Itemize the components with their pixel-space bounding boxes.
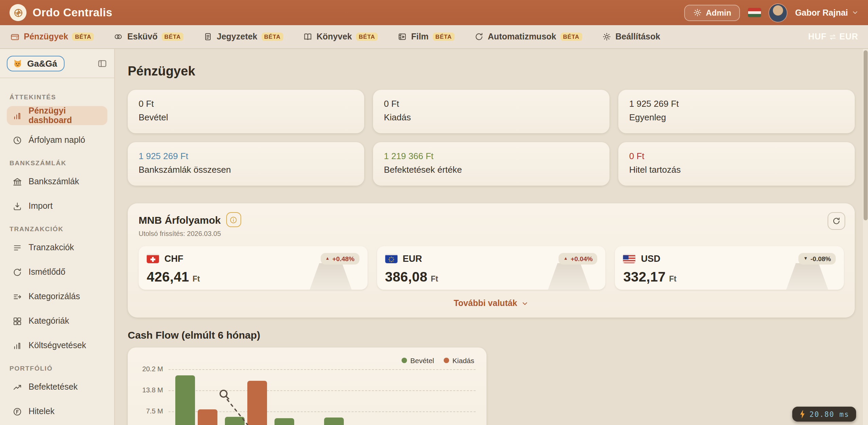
cashflow-chart-card: Bevétel Kiadás 20.2 M13.8 M7.5 M bbox=[128, 347, 486, 425]
fx-change-badge: ▲ +0.48% bbox=[320, 253, 359, 265]
hungarian-flag-icon[interactable] bbox=[748, 8, 761, 17]
bar-bevétel-3 bbox=[274, 418, 294, 425]
tab-konyvek[interactable]: Könyvek BÉTA bbox=[303, 32, 378, 41]
beta-badge: BÉTA bbox=[560, 33, 582, 41]
fx-card-eur: EUR ▲ +0.04% 386,08 Ft bbox=[377, 246, 605, 290]
stat-value: 1 925 269 Ft bbox=[629, 99, 844, 109]
section-title-portfolio: PORTFÓLIÓ bbox=[10, 364, 105, 372]
beta-badge: BÉTA bbox=[262, 33, 283, 41]
tab-film[interactable]: Film BÉTA bbox=[397, 32, 455, 41]
sidebar-item-kategorizalas[interactable]: Kategorizálás bbox=[7, 287, 107, 306]
refresh-rates-button[interactable] bbox=[828, 212, 845, 230]
us-flag-icon bbox=[623, 254, 636, 263]
sidebar-item-koltsegvetesek[interactable]: Költségvetések bbox=[7, 336, 107, 355]
list-icon bbox=[12, 242, 22, 253]
fx-rate-unit: Ft bbox=[193, 275, 200, 283]
fx-cards: CHF ▲ +0.48% 426,41 Ft bbox=[139, 246, 844, 290]
stat-card-bevetel: 0 Ft Bevétel bbox=[128, 90, 364, 133]
stat-value: 1 219 366 Ft bbox=[384, 151, 599, 161]
grid-icon bbox=[12, 316, 22, 326]
module-tabbar: Pénzügyek BÉTA Esküvő BÉTA Jegyzetek BÉT… bbox=[0, 25, 868, 49]
stat-card-bankszamlak-osszesen: 1 925 269 Ft Bankszámlák összesen bbox=[128, 142, 364, 186]
stat-label: Kiadás bbox=[384, 112, 599, 122]
gridline bbox=[169, 391, 476, 391]
refresh-icon bbox=[832, 216, 841, 226]
chevron-down-icon bbox=[851, 9, 859, 16]
sidebar-item-hitelek[interactable]: Hitelek bbox=[7, 402, 107, 421]
more-currencies-link[interactable]: További valuták bbox=[139, 299, 844, 308]
list-arrow-icon bbox=[12, 291, 22, 302]
stat-value: 0 Ft bbox=[629, 151, 844, 161]
chevron-down-icon bbox=[521, 300, 529, 307]
automation-refresh-icon bbox=[474, 32, 484, 41]
beta-badge: BÉTA bbox=[356, 33, 378, 41]
sidebar-item-befektetesek[interactable]: Befektetések bbox=[7, 377, 107, 396]
info-icon[interactable] bbox=[226, 212, 241, 227]
swiss-flag-icon bbox=[147, 254, 159, 263]
stat-value: 1 925 269 Ft bbox=[139, 151, 353, 161]
y-axis-tick: 13.8 M bbox=[133, 387, 163, 394]
legend-kiadas: Kiadás bbox=[444, 356, 474, 364]
app-root: Ordo Centralis Admin Gabor Rajnai Pénzüg… bbox=[0, 0, 868, 425]
sidebar-collapse-button[interactable] bbox=[97, 58, 107, 69]
tab-automatizmusok[interactable]: Automatizmusok BÉTA bbox=[474, 32, 582, 41]
sidebar-item-bankszamlak[interactable]: Bankszámlák bbox=[7, 172, 107, 191]
download-icon bbox=[12, 201, 22, 211]
fx-code: USD bbox=[641, 254, 660, 264]
fx-last-updated: Utolsó frissítés: 2026.03.05 bbox=[139, 230, 844, 237]
stat-cards-row-1: 0 Ft Bevétel 0 Ft Kiadás 1 925 269 Ft Eg… bbox=[128, 90, 855, 133]
beta-badge: BÉTA bbox=[433, 33, 455, 41]
tab-beallitasok[interactable]: Beállítások bbox=[602, 32, 660, 41]
sidebar-item-ismetlodo[interactable]: Ismétlődő bbox=[7, 262, 107, 282]
legend-dot-terracotta bbox=[444, 358, 449, 363]
sidebar-item-penzugyi-dashboard[interactable]: Pénzügyi dashboard bbox=[7, 106, 107, 125]
cat-icon bbox=[12, 58, 23, 69]
performance-badge: 20.80 ms bbox=[793, 407, 856, 422]
section-title-tranzakciok: TRANZAKCIÓK bbox=[10, 225, 105, 233]
repeat-icon bbox=[12, 267, 22, 277]
tab-eskuvo[interactable]: Esküvő BÉTA bbox=[114, 32, 183, 41]
trend-arrow-icon: ▲ bbox=[325, 257, 330, 261]
stat-card-befektetesek-erteke: 1 219 366 Ft Befektetések értéke bbox=[373, 142, 609, 186]
page-scrollbar bbox=[863, 49, 868, 425]
stat-label: Egyenleg bbox=[629, 112, 844, 122]
eu-flag-icon bbox=[385, 254, 397, 263]
gridline bbox=[169, 369, 476, 370]
wallet-icon bbox=[10, 32, 20, 41]
film-icon bbox=[397, 32, 407, 41]
legend-dot-green bbox=[402, 358, 407, 363]
avatar[interactable] bbox=[769, 4, 787, 21]
sidebar-item-kategoriak[interactable]: Kategóriák bbox=[7, 311, 107, 330]
brand-logo-icon bbox=[10, 4, 26, 21]
fx-rate-unit: Ft bbox=[669, 275, 676, 283]
tab-penzugyek[interactable]: Pénzügyek BÉTA bbox=[10, 32, 94, 41]
stat-card-hitel-tartozas: 0 Ft Hitel tartozás bbox=[618, 142, 855, 186]
trend-arrow-icon: ▼ bbox=[803, 257, 808, 261]
stat-card-kiadas: 0 Ft Kiadás bbox=[373, 90, 609, 133]
user-menu[interactable]: Gabor Rajnai bbox=[795, 8, 859, 17]
scrollbar-thumb[interactable] bbox=[864, 50, 868, 220]
rings-icon bbox=[114, 32, 123, 41]
bar-kiadás-2 bbox=[247, 380, 267, 425]
admin-button[interactable]: Admin bbox=[684, 4, 740, 21]
note-icon bbox=[203, 32, 213, 41]
top-header: Ordo Centralis Admin Gabor Rajnai bbox=[0, 0, 868, 25]
workspace-chip[interactable]: Ga&Gá bbox=[7, 56, 65, 71]
section-title-attekintes: ÁTTEKINTÉS bbox=[10, 93, 105, 101]
trend-arrow-icon: ▲ bbox=[564, 257, 568, 261]
fx-change-badge: ▼ -0.08% bbox=[799, 253, 836, 265]
bank-icon bbox=[12, 176, 22, 187]
fx-code: CHF bbox=[164, 254, 183, 264]
y-axis-tick: 7.5 M bbox=[133, 408, 163, 415]
sidebar-item-tranzakciok[interactable]: Tranzakciók bbox=[7, 238, 107, 257]
fx-code: EUR bbox=[403, 254, 422, 264]
tab-jegyzetek[interactable]: Jegyzetek BÉTA bbox=[203, 32, 283, 41]
currency-toggle[interactable]: HUF EUR bbox=[808, 32, 858, 41]
sidebar-item-arfolyam-naplo[interactable]: Árfolyam napló bbox=[7, 131, 107, 150]
fx-card-usd: USD ▼ -0.08% 332,17 Ft bbox=[615, 246, 844, 290]
stat-label: Befektetések értéke bbox=[384, 165, 599, 175]
main-content: Pénzügyek 0 Ft Bevétel 0 Ft Kiadás 1 925… bbox=[115, 49, 868, 425]
app-title: Ordo Centralis bbox=[33, 6, 112, 19]
sidebar-item-import[interactable]: Import bbox=[7, 197, 107, 216]
bar-kiadás-1 bbox=[197, 409, 217, 425]
